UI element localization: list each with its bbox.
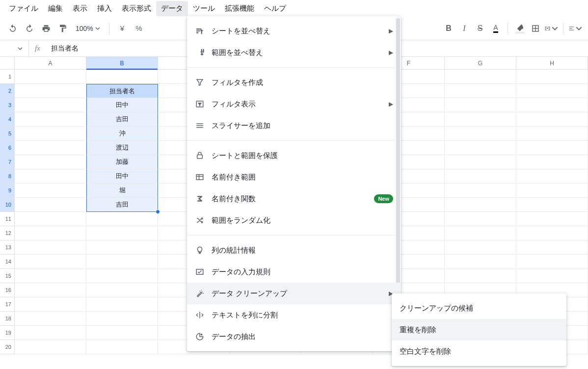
cell[interactable] <box>15 297 86 312</box>
menubar-item-5[interactable]: データ <box>156 1 188 16</box>
cell[interactable] <box>86 340 158 354</box>
menu-item-validation[interactable]: データの入力規則 <box>187 261 401 283</box>
cell[interactable]: 沖 <box>86 127 158 141</box>
menu-item-extract[interactable]: データの抽出 <box>187 326 401 347</box>
row-header[interactable]: 5 <box>0 127 15 141</box>
menu-item-sort-range[interactable]: 範囲を並べ替え▶ <box>187 42 401 63</box>
cell[interactable] <box>445 212 516 226</box>
cell[interactable] <box>516 226 588 240</box>
italic-button[interactable]: I <box>457 22 471 35</box>
col-header-G[interactable]: G <box>445 57 516 69</box>
menubar-item-8[interactable]: ヘルプ <box>259 1 291 16</box>
row-header[interactable]: 12 <box>0 226 15 240</box>
row-header[interactable]: 4 <box>0 112 15 127</box>
cell[interactable] <box>86 226 158 240</box>
row-header[interactable]: 15 <box>0 269 15 283</box>
cell[interactable] <box>15 312 86 326</box>
cell[interactable] <box>15 283 86 297</box>
menubar-item-6[interactable]: ツール <box>188 1 220 16</box>
cell[interactable] <box>15 198 86 212</box>
row-header[interactable]: 16 <box>0 283 15 297</box>
cell[interactable] <box>15 240 86 255</box>
row-header[interactable]: 13 <box>0 240 15 255</box>
cell[interactable] <box>15 226 86 240</box>
row-header[interactable]: 7 <box>0 155 15 169</box>
cell[interactable] <box>15 340 86 354</box>
cell[interactable] <box>516 169 588 184</box>
selection-handle[interactable] <box>156 210 160 214</box>
row-header[interactable]: 19 <box>0 326 15 340</box>
cell[interactable] <box>516 255 588 269</box>
cell[interactable] <box>445 198 516 212</box>
fill-color-button[interactable] <box>513 22 527 35</box>
cell[interactable] <box>445 269 516 283</box>
cell[interactable] <box>445 169 516 184</box>
cell[interactable] <box>445 226 516 240</box>
cell[interactable]: 田中 <box>86 169 158 184</box>
menubar-item-4[interactable]: 表示形式 <box>117 1 156 16</box>
cell[interactable] <box>15 70 86 84</box>
menu-item-slicer[interactable]: スライサーを追加 <box>187 115 401 136</box>
menu-item-lock[interactable]: シートと範囲を保護 <box>187 145 401 166</box>
cell[interactable] <box>516 155 588 169</box>
col-header-H[interactable]: H <box>516 57 588 69</box>
row-header[interactable]: 8 <box>0 169 15 184</box>
cell[interactable] <box>86 326 158 340</box>
cell[interactable] <box>15 269 86 283</box>
borders-button[interactable] <box>529 22 542 35</box>
menu-item-bulb[interactable]: 列の統計情報 <box>187 239 401 261</box>
cell[interactable] <box>15 112 86 127</box>
cell[interactable] <box>516 184 588 198</box>
cell[interactable]: 堀 <box>86 184 158 198</box>
percent-button[interactable]: % <box>132 22 146 35</box>
cell[interactable] <box>15 127 86 141</box>
bold-button[interactable]: B <box>442 22 455 35</box>
menubar-item-7[interactable]: 拡張機能 <box>220 1 259 16</box>
menubar-item-1[interactable]: 編集 <box>43 1 68 16</box>
cell[interactable] <box>516 269 588 283</box>
zoom-select[interactable]: 100% <box>73 25 103 32</box>
row-header[interactable]: 1 <box>0 70 15 84</box>
menu-item-filter-view[interactable]: フィルタ表示▶ <box>187 93 401 115</box>
select-all-corner[interactable] <box>0 57 15 69</box>
cell[interactable] <box>516 84 588 98</box>
cell[interactable] <box>15 212 86 226</box>
cell[interactable] <box>15 169 86 184</box>
cell[interactable] <box>86 297 158 312</box>
submenu-item-1[interactable]: 重複を削除 <box>392 319 566 341</box>
redo-button[interactable] <box>23 22 36 35</box>
cell[interactable] <box>15 326 86 340</box>
cell[interactable] <box>86 212 158 226</box>
cell[interactable] <box>445 240 516 255</box>
cell[interactable] <box>86 269 158 283</box>
cell[interactable] <box>15 255 86 269</box>
print-button[interactable] <box>39 22 53 35</box>
cell[interactable] <box>15 141 86 155</box>
strikethrough-button[interactable]: S <box>473 22 487 35</box>
cell[interactable] <box>445 84 516 98</box>
cell[interactable] <box>15 84 86 98</box>
menu-item-named-range[interactable]: 名前付き範囲 <box>187 166 401 188</box>
cell[interactable] <box>86 283 158 297</box>
menu-item-shuffle[interactable]: 範囲をランダム化 <box>187 210 401 231</box>
cell[interactable] <box>15 155 86 169</box>
cell[interactable] <box>15 98 86 112</box>
undo-button[interactable] <box>6 22 20 35</box>
cell[interactable] <box>445 141 516 155</box>
cell[interactable] <box>445 155 516 169</box>
col-header-A[interactable]: A <box>15 57 86 69</box>
row-header[interactable]: 17 <box>0 297 15 312</box>
cell[interactable] <box>86 255 158 269</box>
cell[interactable]: 吉田 <box>86 198 158 212</box>
cell[interactable] <box>15 184 86 198</box>
submenu-item-2[interactable]: 空白文字を削除 <box>392 341 566 362</box>
menubar-item-3[interactable]: 挿入 <box>92 1 117 16</box>
menu-item-split[interactable]: テキストを列に分割 <box>187 304 401 326</box>
merge-button[interactable] <box>544 22 558 35</box>
cell[interactable] <box>516 212 588 226</box>
cell[interactable] <box>86 312 158 326</box>
submenu-item-0[interactable]: クリーンアップの候補 <box>392 297 566 319</box>
row-header[interactable]: 2 <box>0 84 15 98</box>
menu-item-filter[interactable]: フィルタを作成 <box>187 72 401 93</box>
row-header[interactable]: 18 <box>0 312 15 326</box>
